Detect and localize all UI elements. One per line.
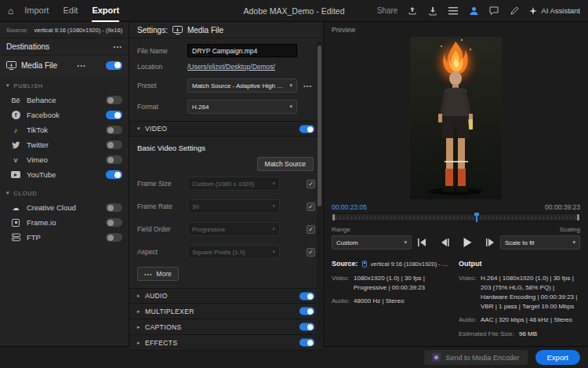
- video-preview[interactable]: [332, 36, 580, 200]
- settings-header: Settings: Media File: [129, 22, 323, 38]
- ai-assistant-button[interactable]: AI Assistant: [529, 6, 580, 15]
- section-multiplexer[interactable]: ▸ MULTIPLEXER: [129, 304, 323, 319]
- preset-dropdown[interactable]: Match Source - Adaptive High Bitrate ▾: [187, 78, 297, 93]
- chevron-down-icon: ▾: [272, 226, 275, 232]
- range-in-handle[interactable]: [332, 214, 335, 220]
- pen-tool-icon[interactable]: [509, 5, 520, 16]
- range-out-handle[interactable]: [577, 214, 579, 220]
- tab-export[interactable]: Export: [92, 0, 119, 22]
- location-link[interactable]: /Users/elizet/Desktop/Demos/: [187, 63, 275, 71]
- destination-creative-cloud[interactable]: ☁ Creative Cloud: [0, 200, 129, 215]
- destination-vimeo[interactable]: v Vimeo: [0, 152, 129, 167]
- frame-size-checkbox[interactable]: ✓: [307, 180, 315, 188]
- vimeo-toggle[interactable]: [106, 155, 122, 164]
- step-back-button[interactable]: [440, 238, 450, 248]
- facebook-icon: f: [10, 110, 21, 121]
- premiere-export-window: ⌂ Import Edit Export Adobe MAX_Demo - Ed…: [0, 0, 588, 368]
- share-label[interactable]: Share: [377, 6, 398, 15]
- destination-twitter[interactable]: Twitter: [0, 137, 129, 152]
- destination-youtube[interactable]: YouTube: [0, 167, 129, 182]
- playhead[interactable]: [476, 213, 477, 222]
- source-video-info: 1080x1920 (1.0) | 30 fps | Progressive |…: [354, 274, 449, 293]
- section-captions[interactable]: ▸ CAPTIONS: [129, 319, 323, 335]
- tab-edit[interactable]: Edit: [63, 0, 78, 22]
- send-to-media-encoder-button[interactable]: Send to Media Encoder: [424, 350, 527, 365]
- ftp-icon: [10, 232, 21, 243]
- audio-section-toggle[interactable]: [299, 292, 314, 300]
- collaborators-icon[interactable]: [468, 5, 479, 16]
- duration-timecode: 00:00:39:23: [545, 203, 580, 211]
- youtube-toggle[interactable]: [106, 170, 122, 179]
- more-button[interactable]: ••• More: [137, 267, 179, 281]
- frame-rate-checkbox[interactable]: ✓: [307, 202, 315, 211]
- step-forward-button[interactable]: [485, 238, 495, 248]
- creative-cloud-toggle[interactable]: [106, 203, 122, 212]
- section-audio[interactable]: ▸ AUDIO: [129, 288, 323, 304]
- tiktok-icon: ♪: [10, 125, 21, 136]
- comments-icon[interactable]: [488, 5, 499, 16]
- timecode-row: 00:00:23:05 00:00:39:23: [332, 203, 580, 211]
- twitter-toggle[interactable]: [106, 140, 122, 149]
- media-file-menu-icon[interactable]: •••: [77, 62, 85, 69]
- menu-icon[interactable]: [448, 5, 459, 16]
- frameio-icon: [10, 217, 21, 228]
- creative-cloud-icon: ☁: [10, 202, 21, 213]
- section-video[interactable]: ▾ VIDEO: [129, 121, 323, 137]
- current-timecode[interactable]: 00:00:23:05: [332, 203, 367, 211]
- aspect-checkbox[interactable]: ✓: [307, 248, 315, 257]
- file-name-input[interactable]: [187, 44, 297, 57]
- media-file-icon: [6, 61, 16, 70]
- field-order-checkbox[interactable]: ✓: [307, 225, 315, 234]
- aspect-dropdown[interactable]: Square Pixels (1.0) ▾: [187, 245, 280, 259]
- ftp-toggle[interactable]: [106, 233, 122, 242]
- play-button[interactable]: [463, 238, 473, 248]
- quick-export-icon[interactable]: [407, 5, 418, 16]
- home-icon[interactable]: ⌂: [8, 5, 13, 16]
- cloud-group-label[interactable]: ▾ CLOUD: [0, 186, 129, 200]
- export-button[interactable]: Export: [535, 350, 580, 365]
- main-area: Source: vertical 9:16 (1080x1920) - (9x1…: [0, 22, 588, 346]
- multiplexer-section-toggle[interactable]: [299, 307, 314, 315]
- basic-video-settings-title: Basic Video Settings: [137, 144, 315, 152]
- upload-icon[interactable]: [427, 5, 438, 16]
- tab-import[interactable]: Import: [24, 0, 49, 22]
- chevron-right-icon: ▸: [137, 340, 140, 346]
- tiktok-toggle[interactable]: [106, 126, 122, 134]
- facebook-toggle[interactable]: [106, 111, 122, 119]
- destination-tiktok[interactable]: ♪ TikTok: [0, 122, 129, 137]
- top-bar: ⌂ Import Edit Export Adobe MAX_Demo - Ed…: [0, 0, 588, 22]
- publish-group-label[interactable]: ▾ PUBLISH: [0, 78, 129, 93]
- frame-rate-dropdown[interactable]: 30 ▾: [187, 199, 280, 213]
- sparkle-icon: [529, 7, 537, 15]
- captions-section-toggle[interactable]: [299, 322, 314, 330]
- file-name-label: File Name: [137, 47, 187, 55]
- match-source-button[interactable]: Match Source: [257, 157, 314, 171]
- destination-facebook[interactable]: f Facebook: [0, 107, 129, 122]
- chevron-right-icon: ▸: [137, 308, 140, 315]
- chevron-down-icon: ▾: [572, 239, 575, 246]
- destination-frameio[interactable]: Frame.io: [0, 215, 129, 230]
- frameio-toggle[interactable]: [106, 218, 122, 227]
- top-bar-actions: Share AI Assistant: [377, 5, 580, 16]
- go-to-in-button[interactable]: [417, 238, 427, 248]
- destinations-menu-icon[interactable]: •••: [114, 43, 122, 50]
- range-dropdown[interactable]: Custom ▾: [332, 235, 412, 250]
- field-order-dropdown[interactable]: Progressive ▾: [187, 222, 280, 236]
- format-dropdown[interactable]: H.264 ▾: [187, 100, 297, 114]
- destination-media-file[interactable]: Media File •••: [0, 56, 129, 75]
- chevron-down-icon: ▾: [272, 249, 275, 255]
- scaling-dropdown[interactable]: Scale to fit ▾: [500, 235, 580, 250]
- preset-menu-icon[interactable]: •••: [303, 82, 312, 89]
- timeline-scrubber[interactable]: [332, 213, 580, 221]
- behance-toggle[interactable]: [106, 96, 122, 104]
- destination-ftp[interactable]: FTP: [0, 230, 129, 245]
- video-section-toggle[interactable]: [299, 125, 314, 133]
- section-effects[interactable]: ▸ EFFECTS: [129, 335, 323, 351]
- player-controls: Custom ▾: [332, 235, 580, 250]
- destination-behance[interactable]: Bē Behance: [0, 93, 129, 107]
- effects-section-toggle[interactable]: [299, 338, 314, 346]
- scrollbar-thumb[interactable]: [318, 46, 321, 206]
- frame-size-dropdown[interactable]: Custom (1080 x 1920) ▾: [187, 177, 280, 191]
- media-file-toggle[interactable]: [106, 61, 122, 70]
- settings-scrollbar[interactable]: [317, 41, 322, 343]
